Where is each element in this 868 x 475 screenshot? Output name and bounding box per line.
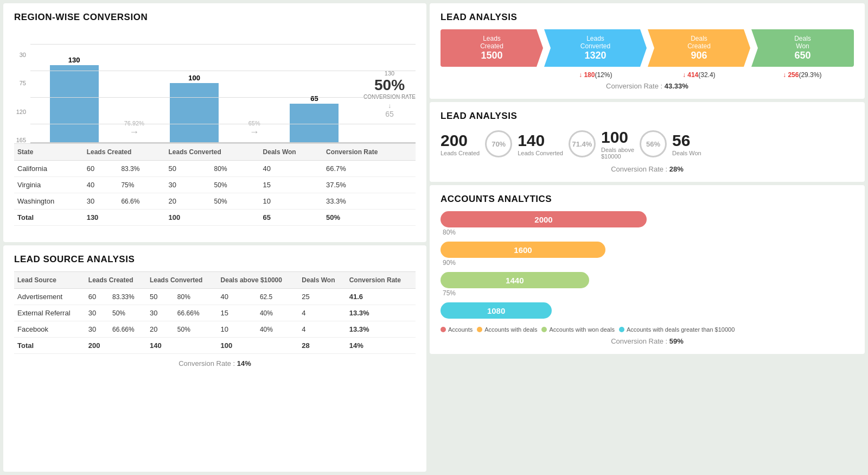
funnel-item-0: Leads Created 1500 (441, 29, 543, 67)
bar-label-dw: 65 (310, 94, 318, 103)
lead-analysis-card: LEAD ANALYSIS 200 Leads Created 70% 140 … (430, 102, 865, 182)
metric-lconv: 140 Leads Converted (518, 131, 563, 156)
lead-funnel-title: LEAD ANALYSIS (441, 12, 854, 23)
funnel-conv-rate: Conversion Rate : 43.33% (441, 82, 854, 90)
conv-rate-text: CONVERSION RATE (363, 94, 416, 100)
drop-2: ↓ 414(32.4) (647, 71, 751, 79)
col-cr: Conversion Rate (323, 144, 416, 161)
acct-bar-row-3: 1080 (441, 302, 647, 320)
col-sda: Deals above $10000 (218, 272, 299, 289)
metric-dw: 56 Deals Won (672, 131, 701, 156)
bar-label-lconv: 100 (188, 74, 200, 82)
table-row: California 6083.3% 5080% 40 66.7% (14, 161, 416, 177)
col-slconv: Leads Converted (146, 272, 218, 289)
conv-arrow-down: ↓ (388, 102, 391, 110)
lead-analysis-title: LEAD ANALYSIS (441, 111, 854, 122)
circle-71: 71.4% (569, 130, 596, 157)
table-row: Washington 3066.6% 2050% 10 33.3% (14, 193, 416, 210)
acct-bar-row-1: 1600 90% (441, 242, 647, 269)
col-sdw: Deals Won (298, 272, 346, 289)
lead-source-card: LEAD SOURCE ANALYSIS Lead Source Leads C… (3, 245, 426, 472)
bar-leads-converted (170, 83, 219, 142)
acct-bar-1: 1600 (441, 242, 605, 258)
drop-1: ↓ 180(12%) (544, 71, 648, 79)
circle-56: 56% (640, 130, 667, 157)
acct-bar-3: 1080 (441, 302, 552, 319)
col-lconv: Leads Converted (165, 144, 259, 161)
bar-label-lc: 130 (68, 56, 80, 64)
ls-conv-rate: Conversion Rate : 14% (14, 359, 416, 368)
table-row-total: Total 130 100 65 50% (14, 210, 416, 226)
lead-source-table: Lead Source Leads Created Leads Converte… (14, 271, 416, 354)
legend-accounts: Accounts (441, 326, 473, 333)
table-row: Advertisement 6083.33% 5080% 4062.5 25 4… (14, 289, 416, 305)
accounts-card: ACCOUNTS ANALYTICS 2000 80% 1600 90% 144… (430, 185, 865, 354)
region-title: REGION-WISE CONVERSION (14, 12, 416, 23)
col-lc: Leads Created (84, 144, 165, 161)
lead-source-title: LEAD SOURCE ANALYSIS (14, 254, 416, 265)
conv-pct-1: 76.92% (124, 120, 144, 126)
region-table: State Leads Created Leads Converted Deal… (14, 143, 416, 226)
conv-pct-2: 65% (248, 120, 260, 126)
region-conversion-card: REGION-WISE CONVERSION 165 120 75 30 130 (3, 3, 426, 242)
metric-da: 100 Deals above $10000 (601, 128, 634, 160)
table-row-total: Total 200 140 100 28 14% (14, 338, 416, 354)
metric-lc: 200 Leads Created (441, 131, 480, 156)
table-row: Virginia 4075% 3050% 15 37.5% (14, 177, 416, 193)
acct-bar-row-2: 1440 75% (441, 272, 647, 299)
table-row: External Referral 3050% 3066.66% 1540% 4… (14, 305, 416, 321)
col-slc: Leads Created (85, 272, 146, 289)
funnel-item-3: Deals Won 650 (751, 29, 854, 67)
lead-funnel-card: LEAD ANALYSIS Leads Created 1500 Leads C… (430, 3, 865, 99)
funnel-item-2: Deals Created 906 (648, 29, 750, 67)
legend-accounts-deals: Accounts with deals (477, 326, 537, 333)
legend-accounts-won: Accounts with won deals (541, 326, 614, 333)
col-scr: Conversion Rate (346, 272, 416, 289)
drop-3: ↓ 256(29.3%) (751, 71, 854, 79)
accounts-title: ACCOUNTS ANALYTICS (441, 194, 854, 205)
acct-conv-rate: Conversion Rate : 59% (441, 337, 854, 345)
col-source: Lead Source (14, 272, 85, 289)
acct-legend: Accounts Accounts with deals Accounts wi… (441, 326, 854, 333)
la2-conv-rate: Conversion Rate : 28% (441, 165, 854, 173)
legend-accounts-gt10k: Accounts with deals greater than $10000 (619, 326, 735, 333)
conv-label-top: 130 (385, 70, 394, 77)
conv-rate-big: 50% (374, 77, 405, 94)
funnel-item-1: Leads Converted 1320 (544, 29, 647, 67)
bar-deals-won (290, 104, 339, 142)
acct-bar-row-0: 2000 80% (441, 211, 647, 238)
circle-70: 70% (485, 130, 512, 157)
conv-value-bottom: 65 (385, 110, 394, 118)
table-row: Facebook 3066.66% 2050% 1040% 4 13.3% (14, 321, 416, 338)
col-state: State (14, 144, 84, 161)
col-dw: Deals Won (260, 144, 323, 161)
acct-bar-0: 2000 (441, 211, 647, 227)
bar-leads-created (50, 65, 99, 142)
acct-bar-2: 1440 (441, 272, 589, 288)
y-axis: 165 120 75 30 (14, 29, 30, 143)
